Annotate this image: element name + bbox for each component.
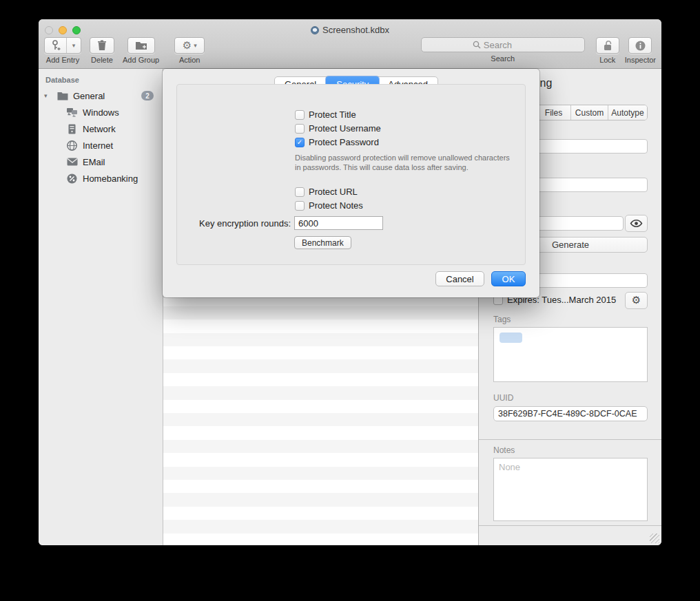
- window-title: Screenshot.kdbx: [39, 25, 661, 35]
- add-group-tool: Add Group: [123, 37, 159, 64]
- add-entry-label: Add Entry: [46, 56, 79, 64]
- key-encryption-rounds-label: Key encryption rounds:: [163, 218, 291, 229]
- password-protection-warning: Disabling password protection will remov…: [295, 153, 517, 172]
- toolbar: ▾ Add Entry Delete Add Group: [44, 37, 656, 67]
- globe-icon: [66, 140, 78, 151]
- sidebar-section-header: Database: [39, 74, 163, 87]
- checkbox-label: Protect URL: [309, 187, 358, 197]
- add-group-button[interactable]: [127, 37, 155, 54]
- inspector-tab-autotype[interactable]: Autotype: [608, 105, 647, 120]
- sidebar-item-general[interactable]: ▾ General 2: [39, 87, 163, 104]
- sidebar-item-label: General: [73, 91, 105, 101]
- sidebar-item-internet[interactable]: Internet: [39, 137, 163, 154]
- window-header: Screenshot.kdbx ▾ Add Entry: [39, 19, 661, 69]
- checkbox-label: Protect Title: [309, 109, 356, 120]
- ok-button[interactable]: OK: [491, 271, 526, 286]
- sidebar-item-network[interactable]: Network: [39, 120, 163, 137]
- sidebar-item-windows[interactable]: Windows: [39, 104, 163, 120]
- tag-token[interactable]: [500, 333, 522, 343]
- search-field[interactable]: [421, 37, 585, 52]
- sidebar: Database ▾ General 2 Windows: [39, 69, 163, 545]
- delete-label: Delete: [91, 56, 113, 64]
- window-resize-grip[interactable]: [650, 534, 659, 543]
- cancel-button[interactable]: Cancel: [435, 271, 484, 286]
- delete-tool: Delete: [90, 37, 114, 64]
- search-input[interactable]: [484, 40, 579, 50]
- eye-icon: [630, 219, 643, 228]
- checkbox-label: Protect Notes: [309, 200, 363, 211]
- lock-label: Lock: [599, 56, 615, 64]
- inspector-tab-files[interactable]: Files: [537, 105, 571, 120]
- action-button[interactable]: ⚙ ▾: [174, 37, 205, 54]
- expires-settings-button[interactable]: ⚙: [625, 292, 648, 309]
- search-tool: Search: [421, 37, 585, 63]
- uuid-field[interactable]: [493, 406, 648, 421]
- sidebar-item-label: Internet: [83, 140, 113, 151]
- delete-button[interactable]: [90, 37, 114, 54]
- database-settings-dialog: General Security Advanced ✓ Protect Titl…: [163, 69, 539, 297]
- protect-username-row[interactable]: ✓ Protect Username: [295, 123, 381, 134]
- inspector-title-fragment: ing: [537, 77, 552, 89]
- trash-icon: [97, 40, 107, 51]
- protect-title-row[interactable]: ✓ Protect Title: [295, 109, 356, 120]
- inspector-button[interactable]: [628, 37, 652, 54]
- chevron-down-icon[interactable]: ▾: [67, 38, 81, 53]
- sidebar-item-label: Homebanking: [83, 173, 138, 184]
- section-divider: [479, 525, 661, 526]
- sidebar-item-homebanking[interactable]: Homebanking: [39, 170, 163, 187]
- chevron-down-icon: ▾: [194, 42, 197, 49]
- uuid-label: UUID: [493, 393, 513, 403]
- server-icon: [66, 123, 78, 135]
- envelope-icon: [66, 156, 78, 168]
- gear-icon: ⚙: [183, 41, 192, 51]
- protect-title-checkbox[interactable]: ✓: [295, 110, 305, 120]
- checkbox-label: Protect Username: [309, 123, 381, 134]
- desktop-background: Screenshot.kdbx ▾ Add Entry: [0, 0, 700, 601]
- protect-notes-row[interactable]: ✓ Protect Notes: [295, 200, 363, 211]
- entry-count-badge: 2: [141, 91, 154, 101]
- app-window: Screenshot.kdbx ▾ Add Entry: [39, 19, 661, 545]
- info-icon: [635, 41, 646, 51]
- reveal-password-button[interactable]: [625, 215, 648, 232]
- windows-icon: [66, 107, 78, 118]
- document-icon: [311, 26, 319, 34]
- action-label: Action: [179, 56, 200, 64]
- magnifier-icon: [473, 41, 481, 49]
- disclosure-triangle-icon[interactable]: ▾: [44, 92, 52, 99]
- action-tool: ⚙ ▾ Action: [174, 37, 205, 64]
- lock-button[interactable]: [596, 37, 619, 54]
- protect-password-row[interactable]: ✓ Protect Password: [295, 137, 379, 147]
- gear-icon: ⚙: [632, 295, 641, 306]
- section-divider: [479, 439, 661, 440]
- add-entry-button[interactable]: ▾: [44, 37, 81, 54]
- protect-password-checkbox[interactable]: ✓: [295, 138, 305, 147]
- tags-label: Tags: [493, 315, 511, 324]
- folder-plus-icon: [135, 41, 147, 50]
- inspector-label: Inspector: [625, 56, 656, 64]
- folder-icon: [56, 90, 68, 102]
- sidebar-item-label: Windows: [83, 107, 119, 118]
- benchmark-button[interactable]: Benchmark: [294, 236, 351, 249]
- protect-username-checkbox[interactable]: ✓: [295, 124, 305, 134]
- sidebar-item-label: Network: [83, 124, 116, 134]
- protect-notes-checkbox[interactable]: ✓: [295, 201, 305, 211]
- sidebar-item-label: EMail: [83, 157, 105, 167]
- add-entry-tool: ▾ Add Entry: [44, 37, 81, 64]
- search-label: Search: [491, 54, 515, 63]
- percent-icon: [66, 173, 78, 184]
- protect-url-row[interactable]: ✓ Protect URL: [295, 187, 358, 197]
- key-plus-icon: [45, 38, 67, 53]
- notes-field[interactable]: [493, 458, 648, 521]
- add-group-label: Add Group: [123, 56, 159, 64]
- inspector-tool: Inspector: [625, 37, 656, 64]
- notes-label: Notes: [493, 445, 515, 455]
- checkbox-label: Protect Password: [309, 137, 379, 147]
- inspector-tab-custom[interactable]: Custom: [571, 105, 608, 120]
- key-encryption-rounds-input[interactable]: [294, 216, 383, 230]
- open-padlock-icon: [603, 40, 612, 51]
- protect-url-checkbox[interactable]: ✓: [295, 187, 305, 197]
- sidebar-item-email[interactable]: EMail: [39, 154, 163, 170]
- tags-field[interactable]: [493, 327, 648, 382]
- lock-tool: Lock: [596, 37, 619, 64]
